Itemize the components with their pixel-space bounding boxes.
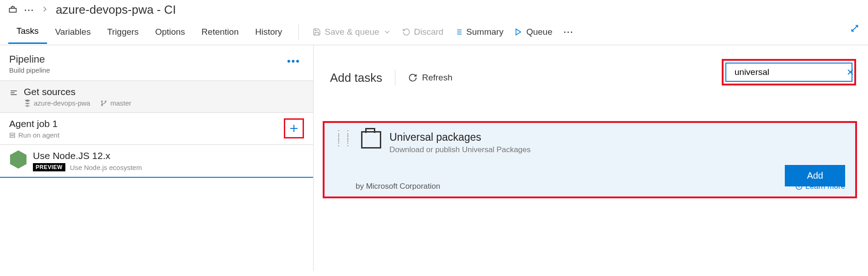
package-icon [361, 131, 381, 149]
search-highlight: ✕ [722, 59, 856, 85]
svg-point-12 [101, 101, 103, 102]
queue-button[interactable]: Queue [509, 24, 558, 40]
preview-badge: PREVIEW [33, 163, 65, 171]
task-search[interactable]: ✕ [725, 63, 852, 82]
pipeline-title: Pipeline [9, 53, 50, 65]
repo-label: azure-devops-pwa [24, 99, 90, 107]
undo-icon [402, 28, 410, 36]
add-button[interactable]: Add [785, 165, 845, 186]
summary-label: Summary [466, 27, 503, 37]
add-tasks-title: Add tasks [330, 71, 382, 85]
refresh-button[interactable]: Refresh [408, 73, 453, 83]
separator [395, 70, 395, 85]
separator [298, 24, 299, 40]
task-card-desc: Download or publish Universal Packages [389, 145, 531, 154]
sources-icon [9, 88, 18, 99]
pipeline-more-button[interactable]: ••• [283, 53, 304, 69]
more-icon[interactable]: ⋯ [24, 4, 34, 16]
tab-bar: Tasks Variables Triggers Options Retenti… [0, 19, 868, 45]
add-task-button[interactable] [284, 118, 304, 138]
branch-name: master [110, 99, 131, 107]
page-title: azure-devops-pwa - CI [56, 3, 176, 17]
chevron-right-icon [40, 3, 49, 17]
svg-rect-16 [10, 136, 15, 138]
agent-job-subtitle: Run on agent [9, 131, 59, 139]
expand-button[interactable] [850, 23, 860, 35]
save-icon [313, 28, 321, 36]
add-tasks-panel: Add tasks Refresh ✕ ⋮⋮⋮⋮⋮⋮ Universal pac… [314, 45, 868, 271]
discard-label: Discard [414, 27, 443, 37]
clear-search-button[interactable]: ✕ [847, 67, 854, 78]
drag-handle-icon[interactable]: ⋮⋮⋮⋮⋮⋮ [335, 131, 353, 145]
tab-options[interactable]: Options [147, 21, 193, 43]
nodejs-icon [9, 150, 27, 169]
svg-line-8 [852, 26, 858, 32]
toolbar-more-button[interactable]: ⋯ [558, 23, 579, 41]
list-icon [454, 28, 463, 36]
task-search-input[interactable] [735, 67, 843, 77]
discard-button[interactable]: Discard [397, 24, 449, 40]
agent-job-sub-text: Run on agent [18, 131, 59, 139]
refresh-label: Refresh [422, 73, 453, 83]
svg-rect-0 [10, 8, 16, 12]
pipeline-subtitle: Build pipeline [9, 66, 50, 74]
svg-marker-7 [516, 29, 521, 35]
chevron-down-icon [383, 28, 391, 36]
get-sources-title: Get sources [24, 86, 304, 97]
get-sources-row[interactable]: Get sources azure-devops-pwa master [0, 80, 313, 112]
pipeline-panel: Pipeline Build pipeline ••• Get sources … [0, 45, 314, 271]
tab-history[interactable]: History [247, 21, 290, 43]
svg-rect-15 [10, 133, 15, 135]
repo-name: azure-devops-pwa [34, 99, 90, 107]
queue-label: Queue [526, 27, 552, 37]
tab-tasks[interactable]: Tasks [8, 20, 47, 44]
agent-job-row[interactable]: Agent job 1 Run on agent [0, 112, 313, 144]
tab-triggers[interactable]: Triggers [99, 21, 147, 43]
node-task-title: Use Node.JS 12.x [33, 150, 304, 161]
task-publisher: by Microsoft Corporation [356, 182, 440, 191]
refresh-icon [408, 73, 417, 82]
node-task-row[interactable]: Use Node.JS 12.x PREVIEW Use Node.js eco… [0, 144, 313, 178]
play-icon [514, 28, 522, 36]
tab-variables[interactable]: Variables [47, 21, 99, 43]
node-task-desc: Use Node.js ecosystem [70, 164, 142, 171]
breadcrumb: ⋯ azure-devops-pwa - CI [0, 0, 868, 19]
server-icon [9, 132, 16, 138]
agent-job-title: Agent job 1 [9, 118, 278, 129]
summary-button[interactable]: Summary [449, 24, 509, 40]
svg-point-13 [105, 101, 107, 102]
repo-icon [24, 100, 31, 107]
save-queue-label: Save & queue [325, 27, 379, 37]
branch-icon [100, 100, 107, 107]
pipeline-icon [8, 3, 17, 17]
task-card-title: Universal packages [389, 131, 531, 143]
branch-label: master [100, 99, 131, 107]
tab-retention[interactable]: Retention [193, 21, 247, 43]
save-queue-button[interactable]: Save & queue [307, 24, 396, 40]
task-card-universal-packages[interactable]: ⋮⋮⋮⋮⋮⋮ Universal packages Download or pu… [323, 121, 857, 198]
